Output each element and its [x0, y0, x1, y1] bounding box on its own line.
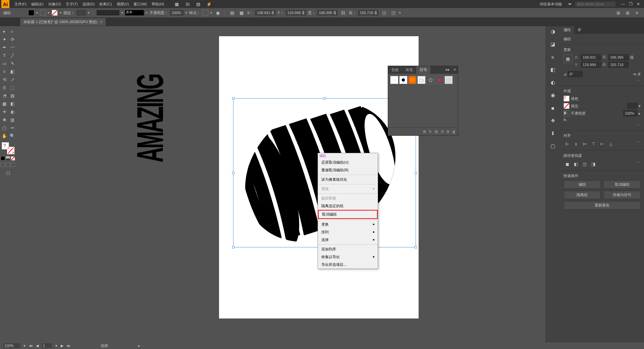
snap2-icon[interactable]: ⊞ — [624, 9, 631, 16]
prop-y-input[interactable] — [581, 62, 601, 68]
prefs-icon[interactable]: ≡ — [633, 9, 641, 16]
flip-h-icon[interactable]: ⇋ — [633, 72, 636, 76]
handle-ml[interactable] — [232, 172, 234, 174]
symbol-new-icon[interactable]: ⊕ — [446, 129, 449, 134]
brushes-tab[interactable]: 画笔 — [402, 66, 416, 74]
stroke-swatch[interactable] — [40, 10, 46, 16]
symbol-item[interactable]: ▭ — [417, 76, 426, 84]
magic-wand-tool[interactable]: ✦ — [1, 36, 8, 43]
recolor-button[interactable]: 重新着色 — [564, 201, 641, 210]
draw-normal[interactable] — [1, 163, 5, 167]
mesh-tool[interactable]: ▦ — [1, 100, 8, 107]
symbol-delete-icon[interactable]: 🗑 — [452, 130, 456, 134]
menu-effect[interactable]: 效果(C) — [97, 2, 114, 7]
align-icon[interactable]: ▤ — [228, 9, 236, 16]
nav-last-icon[interactable]: ⏭ — [67, 344, 70, 348]
ctx-collect-export[interactable]: 收集以导出▸ — [318, 253, 378, 261]
curvature-tool[interactable]: 〰 — [9, 44, 16, 51]
eyedropper-tool[interactable]: ✛ — [1, 108, 8, 115]
maximize-icon[interactable]: ❐ — [629, 2, 633, 6]
panel-collapse-icon[interactable]: ▸▸ — [444, 66, 452, 74]
ctx-arrange[interactable]: 排列▸ — [318, 228, 378, 236]
handle-tl[interactable] — [232, 97, 234, 100]
shape-icon[interactable]: ◫ — [380, 9, 388, 16]
type-tool[interactable]: T — [1, 52, 8, 59]
symbol-place-icon[interactable]: ↯ — [429, 129, 432, 134]
ctx-pixel-perfect[interactable]: 设为像素级优化 — [318, 176, 378, 183]
stroke-weight-input[interactable] — [76, 10, 86, 15]
free-transform-tool[interactable]: ⬚ — [9, 84, 16, 91]
ctx-redo[interactable]: 重做取消编组(R) — [318, 166, 378, 174]
artboard-num[interactable] — [42, 343, 52, 348]
screen-mode[interactable]: ▢ — [1, 169, 15, 176]
color-swatch[interactable] — [1, 156, 5, 161]
h-input[interactable] — [358, 10, 378, 15]
color-guide-icon[interactable]: ◪ — [549, 40, 557, 48]
draw-behind[interactable] — [6, 163, 10, 167]
menu-view[interactable]: 视图(V) — [114, 2, 131, 7]
handle-br[interactable] — [415, 246, 417, 248]
more-options-icon[interactable]: ⋯ — [637, 140, 641, 148]
nav-prev-icon[interactable]: ◀ — [36, 344, 39, 348]
symbol-item[interactable]: ❀ — [435, 76, 444, 84]
align-left[interactable]: ⊩ — [564, 140, 571, 148]
ungroup-button[interactable]: 取消编组 — [603, 180, 641, 189]
pen-tool[interactable]: ✒ — [1, 44, 8, 51]
w-input[interactable] — [317, 10, 337, 15]
zoom-input[interactable] — [3, 343, 20, 348]
more-options-icon[interactable]: ⋯ — [637, 160, 641, 168]
arrange-icon[interactable]: ▤ — [195, 0, 202, 8]
color-icon[interactable]: ◑ — [549, 27, 557, 36]
align-hcenter[interactable]: ⫿ — [572, 140, 580, 148]
menu-select[interactable]: 选择(S) — [80, 2, 97, 7]
blend-tool[interactable]: ◐ — [9, 108, 16, 115]
workspace-dropdown[interactable]: 传统基本功能 — [536, 1, 573, 7]
fill-swatch[interactable] — [28, 10, 34, 16]
close-icon[interactable]: ✕ — [637, 2, 640, 6]
graphic-styles-icon[interactable]: ■ — [549, 104, 557, 112]
gradient-tool[interactable]: ◧ — [9, 100, 16, 107]
pf-minus[interactable]: ◧ — [572, 160, 580, 168]
link-wh-icon[interactable]: ⛓ — [339, 9, 347, 16]
swatches-tab[interactable]: 色板 — [388, 66, 402, 74]
stroke-w-input[interactable] — [627, 103, 637, 109]
opacity-box[interactable]: ◧ — [564, 110, 570, 116]
style-swatch[interactable] — [202, 10, 208, 16]
pf-intersect[interactable]: ◫ — [581, 160, 588, 168]
align-top[interactable]: ⊤ — [590, 140, 597, 148]
align-bottom[interactable]: ⊥ — [607, 140, 614, 148]
selection-tool[interactable]: ▸ — [1, 27, 8, 35]
nav-first-icon[interactable]: ⏮ — [29, 344, 33, 348]
symbol-item[interactable] — [399, 76, 408, 84]
envelope-icon[interactable]: ◫ — [390, 9, 397, 16]
eraser-tool[interactable]: ◧ — [9, 68, 16, 75]
pf-unite[interactable]: ◼ — [564, 160, 571, 168]
symbols-tab[interactable]: 符号 — [416, 66, 430, 74]
perspective-tool[interactable]: ▨ — [9, 92, 16, 99]
link-icon[interactable]: ⛓ — [630, 55, 634, 59]
stock-icon[interactable]: St — [184, 0, 191, 8]
draw-inside[interactable] — [11, 163, 15, 167]
line-tool[interactable]: ╱ — [9, 52, 16, 59]
menu-type[interactable]: 文字(T) — [63, 2, 80, 7]
gradient-icon[interactable]: ◧ — [549, 66, 557, 74]
ctx-export-selection[interactable]: 导出所选项目... — [318, 261, 378, 269]
symbol-break-icon[interactable]: ⛓ — [434, 130, 438, 134]
ctx-transform[interactable]: 变换▸ — [318, 221, 378, 228]
group-button[interactable]: 编组 — [564, 180, 601, 189]
libraries-tab[interactable]: 库 — [574, 26, 585, 34]
symbol-item[interactable]: ▥ — [444, 76, 453, 84]
x-input[interactable] — [255, 10, 275, 15]
symbol-sprayer-tool[interactable]: ❋ — [1, 116, 8, 123]
hand-tool[interactable]: ✋ — [1, 132, 8, 139]
snap-icon[interactable]: ⊞ — [614, 9, 622, 16]
prop-h-input[interactable] — [608, 62, 629, 68]
prop-w-input[interactable] — [608, 54, 629, 60]
transform-anchor-icon[interactable]: ▦ — [238, 9, 245, 16]
align-right[interactable]: ⊨ — [581, 140, 588, 148]
appearance-icon[interactable]: ◉ — [549, 91, 557, 99]
asset-export-icon[interactable]: ⬇ — [549, 129, 557, 137]
prop-x-input[interactable] — [581, 54, 601, 60]
fx-label[interactable]: fx. — [564, 118, 568, 122]
none-swatch2[interactable] — [11, 156, 15, 161]
